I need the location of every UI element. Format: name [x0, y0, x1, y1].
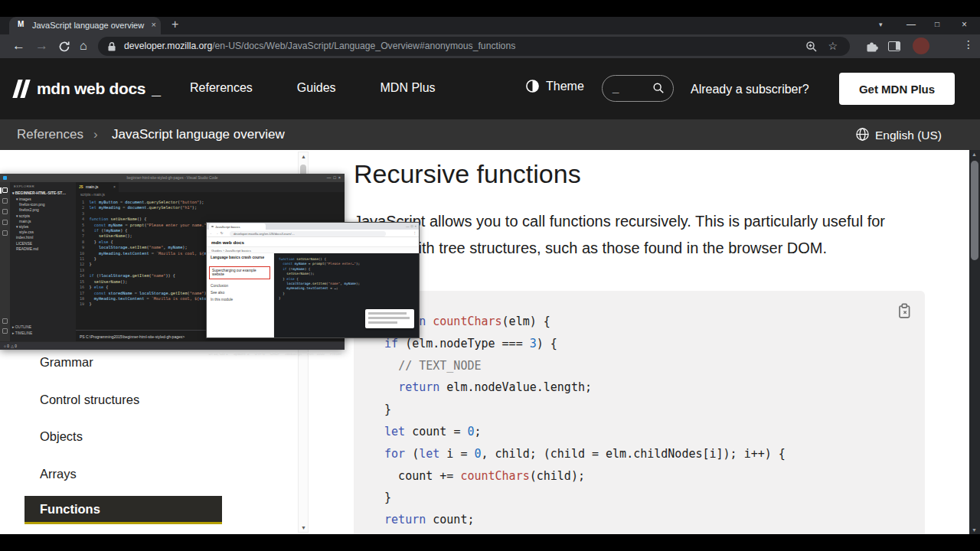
vscode-editor: JS main.js × scripts › main.js 1 let myB… [76, 182, 345, 341]
nav-mdn-plus[interactable]: MDN Plus [381, 81, 436, 95]
extensions-icon [2, 230, 8, 236]
window-maximize-button[interactable]: □ [935, 20, 939, 28]
sidebar-item-grammar[interactable]: Grammar [40, 355, 93, 370]
inner-panel-header: Language basics crash course [211, 256, 269, 260]
explorer-file: ▾ styles [10, 224, 76, 230]
sidebar-item-label: Functions [40, 502, 100, 517]
code-line: function countChars(elm) { [371, 311, 887, 333]
nav-guides[interactable]: Guides [297, 81, 336, 95]
tab-close-icon[interactable]: × [152, 20, 156, 29]
theme-icon [525, 79, 540, 93]
forward-button[interactable]: → [35, 38, 48, 54]
inner-panel-item: In this module [211, 298, 233, 302]
inner-tab-title: JavaScript basics [215, 225, 240, 229]
browser-tab-strip: M JavaScript language overview - J × + ▾… [0, 17, 980, 34]
inner-favicon [211, 226, 214, 228]
profile-avatar[interactable] [913, 37, 929, 54]
browser-tab[interactable]: M JavaScript language overview - J × [9, 17, 161, 34]
url-domain: developer.mozilla.org [124, 41, 212, 51]
vscode-tab-close-icon: × [113, 184, 116, 189]
inner-browser-screenshot: JavaScript basics — □ × ← → ↻ developer.… [206, 222, 420, 338]
inner-code-lines: function setUserName() { const myName = … [279, 257, 419, 302]
scroll-up-icon[interactable]: ▲ [972, 152, 977, 157]
status-right-items: Ln 13, Col 1Spaces: 2UTF-8CRLFJavaScript… [203, 344, 341, 358]
sidebar-item-objects[interactable]: Objects [40, 429, 83, 444]
status-item: JavaScript [285, 352, 302, 356]
status-item: Spaces: 2 [234, 352, 250, 356]
new-tab-button[interactable]: + [172, 18, 178, 31]
terminal-prompt: PS C:\Programming2015\beginner-html-site… [80, 334, 185, 339]
side-panel-icon[interactable] [888, 41, 900, 51]
copy-code-icon[interactable] [896, 302, 913, 319]
reload-icon[interactable] [58, 41, 70, 53]
code-line: 1 let myButton = document.querySelector(… [80, 200, 345, 205]
code-line: return count; [371, 509, 887, 531]
inner-mdn-logo: mdn web docs [211, 240, 244, 245]
window-close-button[interactable]: × [962, 19, 967, 30]
status-item: Port : 5500 [307, 352, 325, 356]
window-minimize-button[interactable]: — [906, 19, 916, 30]
vscode-title-bar: FileEditSelectionViewGoRunTerminalHelp b… [0, 174, 345, 182]
get-mdn-plus-button[interactable]: Get MDN Plus [839, 73, 955, 105]
inner-menu-icon: ⋮ [413, 231, 416, 235]
code-line: return elm.nodeValue.length; [371, 377, 887, 399]
breadcrumb-parent[interactable]: References [17, 127, 83, 142]
notification-dot [439, 76, 443, 80]
page-scrollbar[interactable]: ▲ ▼ [969, 150, 980, 534]
zoom-icon[interactable] [805, 41, 818, 53]
code-line: for (let i = 0, child; (child = elm.chil… [371, 443, 887, 465]
nav-references[interactable]: References [190, 81, 253, 95]
explorer-file-tree: ▾ images firefox-icon.png firefox2.png▾ … [10, 197, 76, 252]
back-button[interactable]: ← [12, 38, 25, 54]
sidebar-item-arrays[interactable]: Arrays [40, 467, 77, 481]
subscriber-link[interactable]: Already a subscriber? [691, 83, 809, 96]
page-scroll-thumb[interactable] [971, 161, 978, 260]
vscode-explorer: EXPLORER ▾ BEGINNER-HTML-SITE-ST… ▾ imag… [10, 182, 76, 341]
source-control-icon [2, 209, 8, 214]
mdn-header: mdn web docs _ References Guides MDN Plu… [0, 58, 980, 119]
search-icon[interactable] [652, 82, 665, 94]
scroll-down-icon[interactable]: ▼ [972, 527, 977, 533]
extensions-icon[interactable] [865, 40, 879, 54]
inner-highlighted-item: Supercharging our example website [209, 266, 270, 279]
theme-toggle[interactable]: Theme [525, 79, 584, 93]
code-line: 3 [80, 211, 345, 217]
bookmark-star-icon[interactable]: ☆ [828, 40, 838, 52]
globe-icon [855, 127, 870, 142]
scroll-up-icon[interactable]: ▲ [301, 154, 306, 159]
inner-tab: JavaScript basics [209, 223, 266, 230]
screen: M JavaScript language overview - J × + ▾… [0, 0, 980, 551]
sidebar-item-functions-active[interactable]: Functions [24, 496, 222, 524]
page-content: ▲ ▼ ▲ ▼ Grammar Control structures Objec… [0, 150, 980, 534]
address-bar[interactable]: developer.mozilla.org/en-US/docs/Web/Jav… [98, 37, 850, 56]
scroll-down-icon[interactable]: ▼ [301, 525, 306, 530]
url-text: developer.mozilla.org/en-US/docs/Web/Jav… [124, 41, 805, 51]
sidebar-item-control-structures[interactable]: Control structures [40, 393, 139, 407]
inner-nav-icons: ← → ↻ [210, 231, 223, 235]
home-button[interactable]: ⌂ [80, 39, 87, 53]
mdn-logo-cursor: _ [152, 80, 160, 98]
mdn-logo-text: mdn web docs [37, 80, 145, 98]
browser-menu-icon[interactable]: ⋮ [963, 38, 974, 51]
code-line: // TEXT_NODE [371, 355, 887, 377]
vscode-window-title: beginner-html-site-styled-gh-pages - Vis… [126, 176, 217, 180]
mdn-favicon-icon: M [18, 20, 24, 28]
tab-search-chevron-icon[interactable]: ▾ [879, 21, 883, 28]
vscode-window-controls: — □ × [327, 175, 341, 180]
inner-popup-card [365, 309, 414, 328]
language-selector[interactable]: English (US) [875, 129, 942, 142]
bottom-black-strip [0, 534, 980, 551]
active-indicator [0, 187, 2, 194]
code-line: count += countChars(child); [371, 465, 887, 487]
browser-toolbar: ← → ⌂ developer.mozilla.org/en-US/docs/W… [0, 34, 980, 58]
article-paragraph: JavaScript allows you to call functions … [354, 208, 922, 262]
mdn-logo[interactable]: mdn web docs _ [14, 77, 161, 101]
inner-highlight-text: Supercharging our example website [212, 269, 267, 277]
inner-page-body: Language basics crash course Superchargi… [207, 253, 419, 337]
inner-toolbar: ← → ↻ developer.mozilla.org/en-US/docs/L… [207, 230, 419, 237]
explorer-file: firefox2.png [10, 207, 76, 213]
breadcrumb-current: JavaScript language overview [112, 127, 285, 142]
inner-window-controls: — □ × [406, 224, 416, 228]
site-search-input[interactable]: _ [602, 75, 674, 102]
explorer-file: main.js [10, 219, 76, 224]
